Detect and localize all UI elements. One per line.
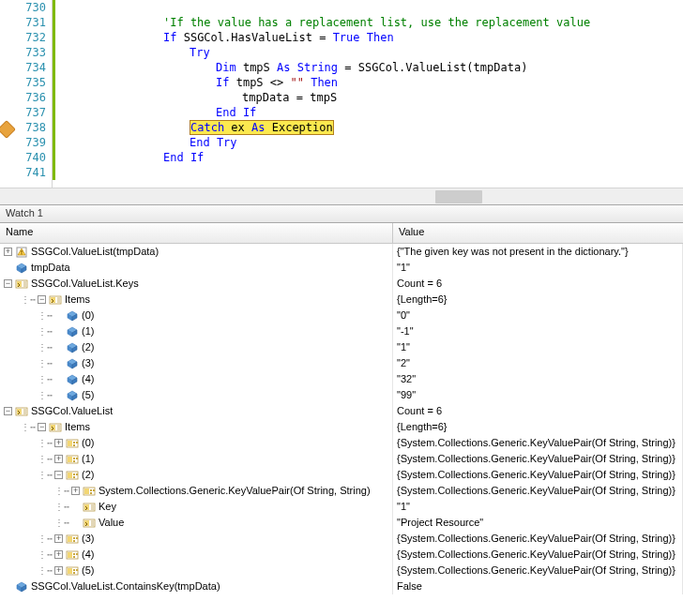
watch-name-cell[interactable]: ⋮⋯+System.Collections.Generic.KeyValuePa… (0, 483, 393, 499)
watch-name-cell[interactable]: ⋮⋯+(4) (0, 547, 393, 563)
watch-value-cell[interactable]: "2" (393, 355, 683, 371)
watch-value-cell[interactable]: {Length=6} (393, 292, 683, 308)
watch-name-cell[interactable]: ⋮⋯−Items (0, 419, 393, 435)
watch-row[interactable]: ⋮⋯+(3){System.Collections.Generic.KeyVal… (0, 531, 683, 547)
expand-icon[interactable]: + (54, 534, 63, 543)
watch-row[interactable]: ⋮⋯+(1){System.Collections.Generic.KeyVal… (0, 451, 683, 467)
watch-name-cell[interactable]: SSGCol.ValueList.ContainsKey(tmpData) (0, 578, 393, 594)
column-header-value[interactable]: Value (393, 223, 683, 243)
watch-name-cell[interactable]: ⋮⋯−Items (0, 292, 393, 308)
expand-icon[interactable]: + (54, 550, 63, 559)
watch-value-cell[interactable]: False (393, 578, 683, 594)
watch-value-cell[interactable]: {Length=6} (393, 419, 683, 435)
watch-name-cell[interactable]: −SSGCol.ValueList.Keys (0, 276, 393, 292)
watch-value-cell[interactable]: "99" (393, 387, 683, 403)
watch-row[interactable]: ⋮⋯(1)"-1" (0, 323, 683, 339)
collapse-icon[interactable]: − (4, 279, 12, 288)
watch-value-cell[interactable]: {"The given key was not present in the d… (393, 244, 683, 260)
line-number: 733 (25, 45, 46, 60)
watch-name-cell[interactable]: ⋮⋯(5) (0, 387, 393, 403)
watch-name-cell[interactable]: ⋮⋯(4) (0, 371, 393, 387)
scrollbar-thumb[interactable] (435, 190, 482, 203)
code-line[interactable]: If tmpS <> "" Then (216, 75, 338, 90)
watch-tree[interactable]: +SSGCol.ValueList(tmpData){"The given ke… (0, 244, 683, 616)
watch-row[interactable]: ⋮⋯+(4){System.Collections.Generic.KeyVal… (0, 547, 683, 563)
watch-name-cell[interactable]: ⋮⋯Value (0, 515, 393, 531)
watch-row[interactable]: ⋮⋯−Items{Length=6} (0, 292, 683, 308)
watch-row[interactable]: ⋮⋯+System.Collections.Generic.KeyValuePa… (0, 483, 683, 499)
watch-name-cell[interactable]: ⋮⋯+(5) (0, 563, 393, 578)
watch-value-cell[interactable]: {System.Collections.Generic.KeyValuePair… (393, 563, 683, 578)
watch-value-cell[interactable]: {System.Collections.Generic.KeyValuePair… (393, 483, 683, 499)
watch-value-cell[interactable]: "1" (393, 260, 683, 276)
code-line[interactable]: Dim tmpS As String = SSGCol.ValueList(tm… (216, 60, 527, 75)
watch-row[interactable]: −SSGCol.ValueList.KeysCount = 6 (0, 276, 683, 292)
watch-name-cell[interactable]: −SSGCol.ValueList (0, 403, 393, 419)
watch-name-cell[interactable]: ⋮⋯(1) (0, 323, 393, 339)
collapse-icon[interactable]: − (4, 407, 12, 415)
breakpoint-marker[interactable] (0, 120, 16, 139)
code-body[interactable]: 'If the value has a replacement list, us… (53, 0, 683, 188)
code-line[interactable]: Catch ex As Exception (190, 120, 334, 135)
watch-value-cell[interactable]: Count = 6 (393, 276, 683, 292)
watch-value-cell[interactable]: {System.Collections.Generic.KeyValuePair… (393, 467, 683, 483)
code-line[interactable]: 'If the value has a replacement list, us… (163, 15, 590, 30)
watch-value-cell[interactable]: "-1" (393, 323, 683, 339)
watch-row[interactable]: ⋮⋯−(2){System.Collections.Generic.KeyVal… (0, 467, 683, 483)
collapse-icon[interactable]: − (54, 471, 63, 479)
watch-row[interactable]: −SSGCol.ValueListCount = 6 (0, 403, 683, 419)
watch-name-cell[interactable]: ⋮⋯Key (0, 499, 393, 515)
code-line[interactable]: Try (190, 45, 210, 60)
column-header-name[interactable]: Name (0, 223, 393, 243)
expand-icon[interactable]: + (54, 566, 63, 575)
collapse-icon[interactable]: − (38, 423, 46, 431)
watch-row[interactable]: ⋮⋯(4)"32" (0, 371, 683, 387)
code-line[interactable]: tmpData = tmpS (242, 90, 337, 105)
watch-row[interactable]: ⋮⋯(0)"0" (0, 308, 683, 323)
collapse-icon[interactable]: − (38, 295, 46, 304)
watch-row[interactable]: ⋮⋯Value"Project Resource" (0, 515, 683, 531)
code-line[interactable]: End If (216, 105, 256, 120)
watch-name-cell[interactable]: tmpData (0, 260, 393, 276)
watch-row[interactable]: +SSGCol.ValueList(tmpData){"The given ke… (0, 244, 683, 260)
watch-row[interactable]: tmpData"1" (0, 260, 683, 276)
tree-guide: ⋮⋯ (38, 339, 53, 355)
expand-icon[interactable]: + (54, 439, 63, 447)
watch-value-cell[interactable]: "Project Resource" (393, 515, 683, 531)
code-editor[interactable]: 730731732733734735736737738739740741 'If… (0, 0, 683, 188)
watch-row[interactable]: ⋮⋯(3)"2" (0, 355, 683, 371)
watch-value-cell[interactable]: Count = 6 (393, 403, 683, 419)
watch-value-cell[interactable]: "0" (393, 308, 683, 323)
watch-name-cell[interactable]: ⋮⋯(0) (0, 308, 393, 323)
code-line[interactable]: If SSGCol.HasValueList = True Then (163, 30, 394, 45)
watch-name-cell[interactable]: ⋮⋯(2) (0, 339, 393, 355)
expand-icon[interactable]: + (54, 455, 63, 463)
watch-value-cell[interactable]: {System.Collections.Generic.KeyValuePair… (393, 531, 683, 547)
expand-icon[interactable]: + (4, 248, 12, 256)
watch-row[interactable]: SSGCol.ValueList.ContainsKey(tmpData)Fal… (0, 578, 683, 594)
watch-name-cell[interactable]: ⋮⋯+(1) (0, 451, 393, 467)
code-line[interactable]: End Try (190, 135, 237, 150)
watch-name-cell[interactable]: ⋮⋯−(2) (0, 467, 393, 483)
watch-value-cell[interactable]: {System.Collections.Generic.KeyValuePair… (393, 435, 683, 451)
watch-value-cell[interactable]: "32" (393, 371, 683, 387)
watch-row[interactable]: ⋮⋯+(5){System.Collections.Generic.KeyVal… (0, 563, 683, 578)
watch-value-cell[interactable]: "1" (393, 339, 683, 355)
watch-value-cell[interactable]: "1" (393, 499, 683, 515)
watch-row[interactable]: ⋮⋯−Items{Length=6} (0, 419, 683, 435)
watch-name-cell[interactable]: ⋮⋯(3) (0, 355, 393, 371)
watch-name-cell[interactable]: +SSGCol.ValueList(tmpData) (0, 244, 393, 260)
watch-row[interactable]: ⋮⋯Key"1" (0, 499, 683, 515)
watch-row[interactable]: ⋮⋯(2)"1" (0, 339, 683, 355)
code-line[interactable]: End If (163, 150, 204, 165)
expand-icon[interactable]: + (71, 487, 80, 495)
watch-row[interactable]: ⋮⋯(5)"99" (0, 387, 683, 403)
tree-guide: ⋮⋯ (38, 323, 53, 339)
watch-value-cell[interactable]: {System.Collections.Generic.KeyValuePair… (393, 451, 683, 467)
watch-name-cell[interactable]: ⋮⋯+(0) (0, 435, 393, 451)
struct-icon (66, 533, 79, 546)
watch-name-cell[interactable]: ⋮⋯+(3) (0, 531, 393, 547)
watch-row[interactable]: ⋮⋯+(0){System.Collections.Generic.KeyVal… (0, 435, 683, 451)
watch-value-cell[interactable]: {System.Collections.Generic.KeyValuePair… (393, 547, 683, 563)
horizontal-scrollbar[interactable] (0, 188, 683, 204)
